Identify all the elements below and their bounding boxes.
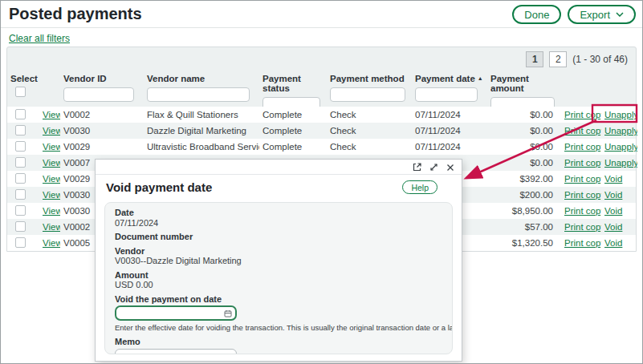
column-vendor-name: Vendor name [144, 72, 259, 111]
view-link[interactable]: View [43, 142, 60, 152]
print-copy-link-cell: Print copy [561, 190, 601, 200]
print-copy-link[interactable]: Print copy [564, 126, 601, 135]
column-payment-amount: Payment amount [487, 72, 561, 111]
row-checkbox[interactable] [15, 141, 26, 152]
row-checkbox[interactable] [15, 237, 26, 248]
calendar-icon[interactable] [224, 309, 232, 317]
row-checkbox[interactable] [15, 157, 26, 168]
view-link-cell: View [39, 206, 60, 216]
vendor-name-filter-input[interactable] [147, 87, 250, 102]
void-date-input[interactable] [115, 305, 237, 321]
vendor-label: Vendor [115, 246, 442, 257]
vendor-name-cell: Flax & Quill Stationers [144, 110, 259, 119]
column-select: Select [7, 72, 39, 111]
row-action-link[interactable]: Void [604, 206, 622, 216]
select-all-checkbox[interactable] [15, 87, 26, 97]
row-checkbox[interactable] [15, 189, 26, 200]
payment-amount-cell: $0.00 [487, 158, 561, 168]
popout-icon[interactable] [413, 163, 421, 172]
view-link[interactable]: View [43, 174, 60, 184]
export-button[interactable]: Export [568, 5, 636, 24]
row-checkbox[interactable] [15, 221, 26, 232]
payment-amount-cell: $8,950.00 [487, 206, 561, 216]
payment-method-cell: Check [327, 110, 412, 119]
row-action-link[interactable]: Void [604, 174, 622, 184]
vendor-id-filter-input[interactable] [63, 87, 134, 102]
row-action-link[interactable]: Unapply [604, 110, 637, 119]
row-checkbox[interactable] [15, 109, 26, 119]
payment-status: Complete [262, 142, 302, 152]
view-link-cell: View [39, 190, 60, 200]
row-checkbox[interactable] [15, 125, 26, 135]
view-link-cell: View [39, 222, 60, 232]
payment-date-cell: 07/11/2024 [412, 142, 487, 152]
print-copy-link[interactable]: Print copy [564, 190, 601, 200]
vendor-id-cell: V0030 [60, 126, 144, 135]
print-copy-link[interactable]: Print copy [564, 142, 601, 152]
vendor-id: V0005 [63, 238, 90, 248]
payment-method: Check [330, 110, 356, 119]
print-copy-link[interactable]: Print copy [564, 158, 601, 168]
view-link[interactable]: View [43, 190, 60, 200]
vendor-id: V0030 [63, 190, 90, 200]
view-link[interactable]: View [43, 110, 60, 119]
payment-date: 07/11/2024 [415, 110, 461, 119]
export-button-label: Export [580, 9, 610, 21]
maximize-icon[interactable] [429, 163, 438, 172]
row-action-link[interactable]: Unapply [604, 142, 637, 152]
page-1-button[interactable]: 1 [526, 51, 543, 67]
close-icon[interactable] [446, 164, 454, 172]
view-link[interactable]: View [43, 158, 60, 168]
print-copy-link[interactable]: Print copy [564, 174, 601, 184]
row-action-link[interactable]: Unapply [604, 158, 637, 168]
view-link[interactable]: View [43, 222, 60, 232]
view-link-cell: View [39, 158, 60, 168]
payment-amount-cell: $0.00 [487, 110, 561, 119]
vendor-id-column-label: Vendor ID [63, 74, 107, 83]
print-copy-link-cell: Print copy [561, 174, 601, 184]
clear-all-filters-link[interactable]: Clear all filters [9, 33, 70, 44]
vendor-id: V0030 [63, 126, 90, 135]
payment-amount: $8,950.00 [512, 206, 553, 216]
payment-method-filter-input[interactable] [330, 87, 405, 102]
row-checkbox[interactable] [15, 205, 26, 216]
print-copy-link-cell: Print copy [561, 238, 601, 248]
column-payment-status: Payment status [259, 72, 327, 111]
print-copy-link-cell: Print copy [561, 142, 601, 152]
view-link[interactable]: View [43, 238, 60, 248]
payment-method-cell: Check [327, 142, 412, 152]
dialog-title: Void payment date [106, 180, 212, 194]
done-button[interactable]: Done [512, 5, 561, 24]
view-link[interactable]: View [43, 126, 60, 135]
document-number-field: Document number [115, 232, 442, 242]
payment-date-filter-input[interactable] [415, 87, 478, 102]
payment-amount-cell: $200.00 [487, 190, 561, 200]
payment-status-cell: Complete [259, 110, 327, 119]
memo-input[interactable] [115, 349, 237, 355]
vendor-id: V0029 [63, 142, 90, 152]
view-link[interactable]: View [43, 206, 60, 216]
print-copy-link[interactable]: Print copy [564, 110, 601, 119]
help-button[interactable]: Help [402, 180, 437, 194]
row-action-link[interactable]: Void [604, 238, 622, 248]
document-number-label: Document number [115, 232, 442, 242]
page-2-button[interactable]: 2 [549, 51, 567, 67]
row-action-link-cell: Void [601, 222, 637, 232]
print-copy-link[interactable]: Print copy [564, 206, 601, 216]
row-action-link[interactable]: Void [604, 190, 622, 200]
row-action-link[interactable]: Void [604, 222, 622, 232]
payment-method-cell: Check [327, 126, 412, 135]
view-link-cell: View [39, 126, 60, 135]
pagination: 1 2 (1 - 30 of 46) [526, 51, 628, 67]
memo-field: Memo [115, 337, 442, 354]
table-header: Select Vendor ID Vendor name Payment sta… [7, 72, 636, 111]
row-action-link[interactable]: Unapply [604, 126, 637, 135]
print-copy-link[interactable]: Print copy [564, 222, 601, 232]
column-payment-date[interactable]: Payment date▲ [412, 72, 487, 111]
dialog-form-card: Date 07/11/2024 Document number Vendor V… [104, 202, 453, 354]
date-field: Date 07/11/2024 [115, 208, 442, 228]
row-action-link-cell: Unapply [601, 142, 637, 152]
row-checkbox[interactable] [15, 173, 26, 184]
print-copy-link[interactable]: Print copy [564, 238, 601, 248]
payment-status-cell: Complete [259, 126, 327, 135]
